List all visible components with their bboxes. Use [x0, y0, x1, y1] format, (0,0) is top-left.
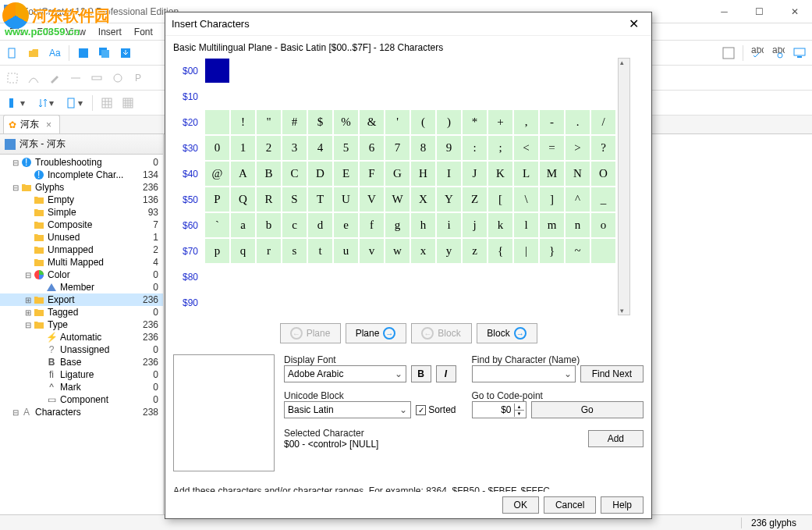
char-cell[interactable]: Y [436, 187, 462, 212]
char-cell[interactable]: M [539, 161, 565, 187]
char-cell[interactable]: N [565, 161, 590, 187]
char-cell[interactable] [333, 84, 359, 109]
tree-item-troubleshooting[interactable]: ⊟!Troubleshooting0 [0, 156, 163, 169]
char-cell[interactable] [307, 290, 333, 315]
char-cell[interactable] [565, 58, 590, 84]
char-cell[interactable] [410, 58, 436, 84]
char-cell[interactable] [488, 264, 513, 290]
char-cell[interactable] [359, 58, 385, 84]
char-cell[interactable]: 2 [256, 135, 282, 161]
char-cell[interactable]: 5 [333, 135, 359, 161]
char-cell[interactable] [230, 290, 256, 315]
char-cell[interactable] [462, 84, 488, 109]
tree-item-multi-mapped[interactable]: Multi Mapped4 [0, 256, 163, 269]
char-cell[interactable]: @ [204, 161, 230, 187]
document-tab[interactable]: ✿ 河东 × [3, 115, 60, 133]
char-cell[interactable]: D [307, 161, 333, 187]
char-cell[interactable]: { [488, 238, 513, 264]
tree-item-characters[interactable]: ⊟ACharacters238 [0, 406, 163, 418]
plane-next-button[interactable]: Plane→ [346, 323, 406, 343]
font-aa-icon[interactable]: Aa [45, 44, 64, 62]
char-cell[interactable]: K [488, 161, 513, 187]
tree-item-export[interactable]: ⊞Export236 [0, 293, 163, 306]
char-cell[interactable]: b [256, 212, 282, 238]
tree-item-mark[interactable]: ^Mark0 [0, 381, 163, 393]
char-cell[interactable]: H [410, 161, 436, 187]
char-cell[interactable]: i [436, 212, 462, 238]
char-cell[interactable]: 7 [385, 135, 410, 161]
tree-item-unused[interactable]: Unused1 [0, 231, 163, 244]
char-cell[interactable] [385, 84, 410, 109]
char-cell[interactable]: j [462, 212, 488, 238]
char-cell[interactable] [436, 84, 462, 109]
char-cell[interactable]: R [256, 187, 282, 212]
pen-icon[interactable] [45, 69, 64, 87]
char-cell[interactable] [590, 84, 616, 109]
char-cell[interactable]: v [359, 238, 385, 264]
char-cell[interactable]: ( [410, 109, 436, 135]
char-cell[interactable]: ; [488, 135, 513, 161]
char-cell[interactable]: ) [436, 109, 462, 135]
char-cell[interactable] [513, 264, 539, 290]
char-cell[interactable]: 6 [359, 135, 385, 161]
char-cell[interactable] [385, 58, 410, 84]
char-cell[interactable]: & [359, 109, 385, 135]
char-cell[interactable]: X [410, 187, 436, 212]
char-cell[interactable] [282, 58, 307, 84]
char-cell[interactable]: A [230, 161, 256, 187]
character-grid[interactable]: $00$10$20!"#$%&'()*+,-./$300123456789:;<… [173, 58, 616, 315]
char-cell[interactable]: $ [307, 109, 333, 135]
char-cell[interactable] [385, 264, 410, 290]
measure-icon[interactable] [87, 69, 106, 87]
char-cell[interactable] [590, 290, 616, 315]
char-cell[interactable]: ^ [565, 187, 590, 212]
export-icon[interactable] [116, 44, 135, 62]
abc-check-icon[interactable]: abc [748, 44, 767, 62]
char-cell[interactable]: p [204, 238, 230, 264]
char-cell[interactable]: [ [488, 187, 513, 212]
page-icon[interactable]: ▾ [61, 94, 87, 112]
monitor-icon[interactable] [790, 44, 809, 62]
new-icon[interactable] [3, 44, 22, 62]
char-cell[interactable]: I [436, 161, 462, 187]
char-cell[interactable]: " [256, 109, 282, 135]
char-cell[interactable]: a [230, 212, 256, 238]
char-cell[interactable] [333, 290, 359, 315]
tree-item-ligature[interactable]: fiLigature0 [0, 368, 163, 381]
tree-item-composite[interactable]: Composite7 [0, 219, 163, 231]
go-button[interactable]: Go [531, 401, 644, 418]
abc-search-icon[interactable]: abc [769, 44, 788, 62]
tree-item-unmapped[interactable]: Unmapped2 [0, 244, 163, 256]
char-cell[interactable]: h [410, 212, 436, 238]
char-cell[interactable] [410, 264, 436, 290]
char-cell[interactable]: W [385, 187, 410, 212]
char-cell[interactable]: J [462, 161, 488, 187]
unicode-block-combo[interactable]: Basic Latin [284, 401, 411, 418]
char-cell[interactable]: 4 [307, 135, 333, 161]
char-cell[interactable] [307, 58, 333, 84]
block-next-button[interactable]: Block→ [477, 323, 537, 343]
char-cell[interactable] [488, 58, 513, 84]
char-cell[interactable]: _ [590, 187, 616, 212]
char-cell[interactable] [256, 58, 282, 84]
menu-view[interactable]: View [59, 25, 92, 39]
close-tab-icon[interactable]: × [46, 119, 51, 130]
char-cell[interactable]: ? [590, 135, 616, 161]
char-cell[interactable]: ~ [565, 238, 590, 264]
char-cell[interactable]: V [359, 187, 385, 212]
tree-item-unassigned[interactable]: ?Unassigned0 [0, 343, 163, 356]
char-cell[interactable] [436, 264, 462, 290]
char-cell[interactable] [256, 84, 282, 109]
char-cell[interactable]: Q [230, 187, 256, 212]
char-cell[interactable]: z [462, 238, 488, 264]
char-cell[interactable] [256, 290, 282, 315]
char-cell[interactable]: B [256, 161, 282, 187]
char-cell[interactable]: P [204, 187, 230, 212]
char-cell[interactable]: , [513, 109, 539, 135]
char-cell[interactable]: % [333, 109, 359, 135]
char-cell[interactable]: 9 [436, 135, 462, 161]
char-cell[interactable] [436, 290, 462, 315]
glyph-tree[interactable]: ⊟!Troubleshooting0!Incomplete Char...134… [0, 155, 163, 514]
char-cell[interactable]: * [462, 109, 488, 135]
char-cell[interactable]: l [513, 212, 539, 238]
